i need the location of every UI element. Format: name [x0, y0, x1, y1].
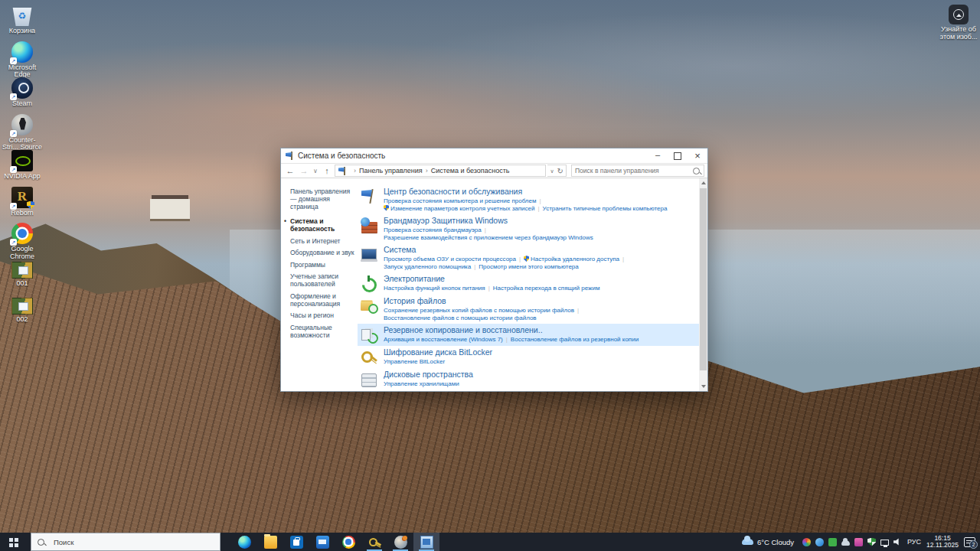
windows-logo-icon	[9, 538, 13, 542]
refresh-icon[interactable]	[557, 167, 564, 175]
defender-icon[interactable]	[867, 538, 876, 546]
taskbar-app-chrome-icon[interactable]	[335, 533, 361, 551]
sidebar-home-link[interactable]: Панель управления — домашняя страница	[290, 187, 354, 210]
section-title[interactable]: Электропитание	[384, 275, 693, 283]
sidebar-item-учетные-записи-пользователей[interactable]: Учетные записи пользователей	[290, 272, 354, 288]
breadcrumb[interactable]: › Панель управления › Система и безопасн…	[335, 165, 546, 177]
breadcrumb-current[interactable]: Система и безопасность	[431, 167, 510, 174]
taskbar-app-edge-icon[interactable]	[231, 533, 257, 551]
section-body: Резервное копирование и восстановлени..А…	[384, 326, 693, 344]
spotlight-widget[interactable]: Узнайте об этом изоб...	[939, 5, 978, 41]
action-center-icon[interactable]: 2	[964, 537, 975, 547]
scrollbar-thumb[interactable]	[700, 188, 707, 370]
section-title[interactable]: Центр безопасности и обслуживания	[384, 187, 693, 196]
link-проверка-состояния-брандмауэра[interactable]: Проверка состояния брандмауэра	[384, 227, 482, 233]
sidebar-item-сеть-и-интернет[interactable]: Сеть и Интернет	[290, 237, 354, 245]
up-button[interactable]: ↑	[321, 166, 333, 175]
power-icon	[361, 276, 378, 292]
link-сохранение-резервных-копий-файлов-с-помощью-истории-файлов[interactable]: Сохранение резервных копий файлов с помо…	[384, 307, 574, 314]
sidebar-item-программы[interactable]: Программы	[290, 261, 354, 269]
link-separator: |	[488, 285, 490, 292]
taskbar-app-brush-icon[interactable]	[387, 533, 413, 551]
network-icon[interactable]	[880, 540, 889, 546]
close-button[interactable]	[688, 148, 707, 163]
desktop-icon-label: Steam	[12, 100, 32, 108]
section-title[interactable]: Система	[384, 246, 693, 254]
sidebar-item-оборудование-и-звук[interactable]: Оборудование и звук	[290, 249, 354, 256]
back-button[interactable]: ←	[284, 166, 296, 175]
link-настройка-удаленного-доступа[interactable]: Настройка удаленного доступа	[531, 256, 619, 262]
scrollbar[interactable]	[699, 178, 707, 391]
weather-widget[interactable]: 6°C Cloudy	[742, 538, 794, 546]
link-настройка-функций-кнопок-питания[interactable]: Настройка функций кнопок питания	[384, 285, 485, 292]
breadcrumb-root[interactable]: Панель управления	[359, 167, 423, 174]
desktop-icon-microsoft-edge[interactable]: Microsoft Edge	[0, 41, 44, 78]
address-dropdown-icon[interactable]	[550, 167, 554, 174]
link-восстановление-файлов-с-помощью-истории-файлов[interactable]: Восстановление файлов с помощью истории …	[384, 315, 537, 321]
link-управление-bitlocker[interactable]: Управление BitLocker	[384, 358, 445, 365]
language-indicator[interactable]: РУС	[907, 538, 921, 546]
window-title: Система и безопасность	[298, 152, 648, 160]
sidebar-item-специальные-возможности[interactable]: Специальные возможности	[290, 324, 354, 339]
section-title[interactable]: Дисковые пространства	[384, 370, 693, 379]
search-box[interactable]	[571, 165, 704, 177]
taskbar-app-control-panel-icon[interactable]	[413, 533, 439, 551]
desktop-icon-корзина[interactable]: Корзина	[0, 5, 44, 41]
search-input[interactable]	[572, 167, 693, 174]
taskbar-app-mail-icon[interactable]	[309, 533, 335, 551]
section-title[interactable]: Резервное копирование и восстановлени..	[384, 326, 693, 334]
section-title[interactable]: Брандмауэр Защитника Windows	[384, 217, 693, 225]
desktop-icon-google-chrome[interactable]: Google Chrome	[0, 223, 44, 259]
maximize-button[interactable]	[668, 148, 688, 163]
section-body: Шифрование диска BitLockerУправление Bit…	[384, 348, 693, 366]
cloud-icon[interactable]	[841, 540, 850, 546]
taskbar-search[interactable]: Поиск	[31, 533, 220, 551]
desktop-icon-reborn[interactable]: Reborn	[0, 187, 44, 223]
pink-app-icon[interactable]	[854, 538, 863, 546]
link-просмотр-имени-этого-компьютера[interactable]: Просмотр имени этого компьютера	[479, 263, 578, 270]
swoosh-icon[interactable]	[815, 538, 824, 546]
desktop-icon-nvidia-app[interactable]: NVIDIA App	[0, 150, 44, 187]
wallpaper-house	[150, 199, 190, 221]
sidebar-item-система-и-безопасность[interactable]: Система и безопасность	[290, 217, 354, 233]
link-устранить-типичные-проблемы-компьютера[interactable]: Устранить типичные проблемы компьютера	[543, 205, 668, 212]
sidebar-item-часы-и-регион[interactable]: Часы и регион	[290, 311, 354, 319]
taskbar-app-store-icon[interactable]	[283, 533, 309, 551]
desktop-icon-001[interactable]: 001	[0, 259, 44, 296]
scroll-down-icon[interactable]	[699, 382, 707, 391]
section-links-row: Управление хранилищами	[384, 380, 693, 388]
desktop-icon-002[interactable]: 002	[0, 295, 44, 332]
link-проверка-состояния-компьютера-и-решение-проблем[interactable]: Проверка состояния компьютера и решение …	[384, 197, 536, 204]
start-button[interactable]	[0, 533, 31, 551]
weather-temp: 6°C	[757, 538, 769, 546]
recent-pages-chevron-icon[interactable]: ∨	[312, 168, 319, 174]
link-изменение-параметров-контроля-учетных-записей[interactable]: Изменение параметров контроля учетных за…	[390, 205, 535, 212]
scroll-up-icon[interactable]	[699, 178, 707, 187]
desktop-icon-counter-stri-source[interactable]: Counter-Stri... Source	[0, 114, 44, 151]
color-wheel-icon[interactable]	[802, 538, 811, 546]
section-title[interactable]: Шифрование диска BitLocker	[384, 348, 693, 357]
volume-icon[interactable]	[893, 538, 902, 546]
link-восстановление-файлов-из-резервной-копии[interactable]: Восстановление файлов из резервной копии	[511, 336, 639, 343]
section-title[interactable]: История файлов	[384, 297, 693, 305]
forward-button[interactable]: →	[298, 166, 310, 175]
titlebar[interactable]: Система и безопасность	[281, 148, 707, 163]
minimize-button[interactable]	[648, 148, 668, 163]
edge-icon	[238, 536, 251, 549]
link-архивация-и-восстановление-windows-7[interactable]: Архивация и восстановление (Windows 7)	[384, 336, 503, 343]
address-controls	[547, 165, 567, 177]
taskbar-app-explorer-icon[interactable]	[257, 533, 283, 551]
screenshot-icon	[11, 262, 33, 279]
taskbar-app-key-icon[interactable]	[361, 533, 387, 551]
green-app-icon[interactable]	[828, 538, 837, 546]
link-separator: |	[622, 256, 624, 262]
link-просмотр-объема-озу-и-скорости-процессора[interactable]: Просмотр объема ОЗУ и скорости процессор…	[384, 256, 516, 262]
section-шифрование-диска-bitlocker: Шифрование диска BitLockerУправление Bit…	[358, 346, 699, 368]
link-разрешение-взаимодействия-с-приложением-через-брандмауэр-windows[interactable]: Разрешение взаимодействия с приложением …	[384, 234, 593, 241]
link-запуск-удаленного-помощника[interactable]: Запуск удаленного помощника	[384, 263, 471, 270]
sidebar-item-оформление-и-персонализация[interactable]: Оформление и персонализация	[290, 292, 354, 308]
link-настройка-перехода-в-спящий-режим[interactable]: Настройка перехода в спящий режим	[493, 285, 600, 292]
desktop-icon-steam[interactable]: Steam	[0, 77, 44, 114]
link-управление-хранилищами[interactable]: Управление хранилищами	[384, 380, 459, 387]
clock[interactable]: 16:15 12.11.2025	[926, 535, 959, 549]
